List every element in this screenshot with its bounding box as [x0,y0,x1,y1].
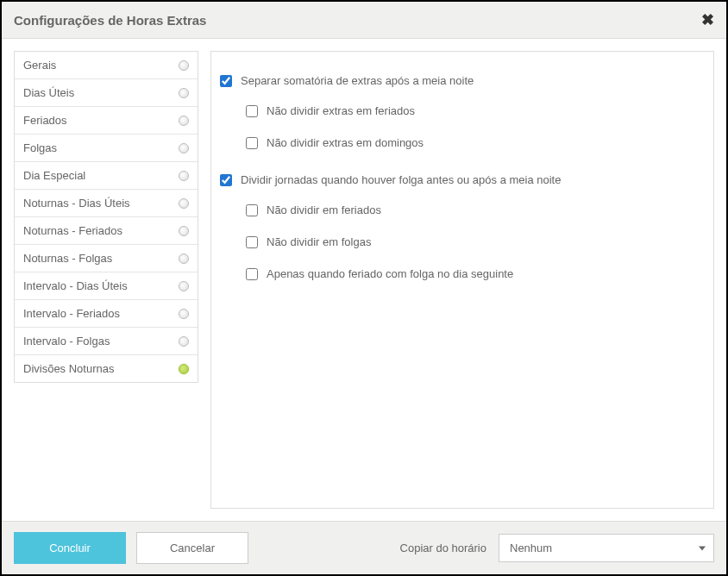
copy-schedule-label: Copiar do horário [400,542,486,554]
radio-indicator-icon [179,309,189,319]
checkbox-label[interactable]: Dividir jornadas quando houver folga ant… [241,173,561,186]
close-icon[interactable]: ✖ [701,12,714,28]
checkbox-label[interactable]: Não dividir em folgas [267,235,371,248]
sidebar-nav: Gerais Dias Úteis Feriados Folgas Dia Es… [14,51,198,383]
radio-indicator-icon [179,364,189,374]
checkbox-label[interactable]: Não dividir extras em feriados [267,104,415,117]
sidebar-item-intervalo-dias-uteis[interactable]: Intervalo - Dias Úteis [15,272,198,300]
sidebar-item-divisoes-noturnas[interactable]: Divisões Noturnas [15,355,198,382]
checkbox-row-nao-dividir-feriados: Não dividir extras em feriados [220,99,705,122]
radio-indicator-icon [179,88,189,98]
sidebar-item-feriados[interactable]: Feriados [15,107,198,135]
sidebar-item-label: Dia Especial [23,169,85,182]
sidebar-item-dias-uteis[interactable]: Dias Úteis [15,79,198,107]
radio-indicator-icon [179,198,189,209]
sidebar-item-label: Dias Úteis [23,86,74,99]
sidebar-item-label: Intervalo - Feriados [23,307,120,320]
radio-indicator-icon [179,336,189,347]
modal-body: Gerais Dias Úteis Feriados Folgas Dia Es… [2,39,726,521]
checkbox-separar-somatoria[interactable] [220,75,232,87]
checkbox-group-separar: Separar somatória de extras após a meia … [220,69,705,154]
checkbox-row-nao-dividir-folgas: Não dividir em folgas [220,230,705,254]
checkbox-apenas-feriado-folga[interactable] [246,268,258,280]
radio-indicator-icon [179,171,189,181]
checkbox-label[interactable]: Separar somatória de extras após a meia … [241,74,474,87]
sidebar-item-label: Divisões Noturnas [23,362,115,375]
sidebar-item-intervalo-feriados[interactable]: Intervalo - Feriados [15,300,198,328]
radio-indicator-icon [179,143,189,153]
sidebar-item-label: Intervalo - Dias Úteis [23,279,128,292]
sidebar-item-noturnas-dias-uteis[interactable]: Noturnas - Dias Úteis [15,190,198,217]
checkbox-dividir-jornadas[interactable] [220,174,232,186]
sidebar-item-folgas[interactable]: Folgas [15,135,198,162]
modal-title: Configurações de Horas Extras [14,13,206,28]
sidebar-item-label: Intervalo - Folgas [23,335,110,347]
checkbox-label[interactable]: Apenas quando feriado com folga no dia s… [267,267,513,280]
sidebar-item-label: Noturnas - Feriados [23,224,122,237]
checkbox-nao-dividir-extras-feriados[interactable] [246,105,258,117]
confirm-button[interactable]: Concluir [14,532,126,564]
checkbox-row-dividir-main: Dividir jornadas quando houver folga ant… [220,168,705,191]
checkbox-row-nao-dividir-feriados-2: Não dividir em feriados [220,198,705,222]
modal-header: Configurações de Horas Extras ✖ [2,2,726,39]
checkbox-row-nao-dividir-domingos: Não dividir extras em domingos [220,131,705,154]
checkbox-sub-group: Não dividir em feriados Não dividir em f… [220,198,705,285]
checkbox-row-separar-main: Separar somatória de extras após a meia … [220,69,705,92]
cancel-button[interactable]: Cancelar [136,532,248,564]
radio-indicator-icon [179,254,189,264]
sidebar-item-noturnas-feriados[interactable]: Noturnas - Feriados [15,217,198,245]
checkbox-nao-dividir-extras-domingos[interactable] [246,137,258,149]
sidebar-item-label: Folgas [23,141,57,154]
sidebar-item-label: Noturnas - Folgas [23,252,112,265]
radio-indicator-icon [179,281,189,291]
sidebar-item-label: Gerais [23,59,56,72]
sidebar-item-label: Feriados [23,114,67,127]
copy-schedule-select[interactable]: Nenhum [499,534,714,562]
checkbox-label[interactable]: Não dividir em feriados [267,203,381,216]
checkbox-group-dividir: Dividir jornadas quando houver folga ant… [220,168,705,285]
sidebar-item-gerais[interactable]: Gerais [15,52,198,79]
checkbox-nao-dividir-feriados[interactable] [246,204,258,216]
sidebar-item-noturnas-folgas[interactable]: Noturnas - Folgas [15,245,198,272]
radio-indicator-icon [179,226,189,236]
sidebar-item-dia-especial[interactable]: Dia Especial [15,162,198,190]
checkbox-row-apenas-feriado-folga: Apenas quando feriado com folga no dia s… [220,262,705,285]
checkbox-nao-dividir-folgas[interactable] [246,236,258,248]
modal-dialog: Configurações de Horas Extras ✖ Gerais D… [0,0,728,576]
content-panel: Separar somatória de extras após a meia … [210,51,714,509]
checkbox-label[interactable]: Não dividir extras em domingos [267,136,424,149]
sidebar-item-intervalo-folgas[interactable]: Intervalo - Folgas [15,328,198,355]
sidebar-item-label: Noturnas - Dias Úteis [23,197,130,210]
modal-footer: Concluir Cancelar Copiar do horário Nenh… [2,521,726,574]
checkbox-sub-group: Não dividir extras em feriados Não divid… [220,99,705,154]
radio-indicator-icon [179,116,189,126]
footer-right: Copiar do horário Nenhum [400,534,714,562]
radio-indicator-icon [179,60,189,71]
select-wrap: Nenhum [499,534,714,562]
